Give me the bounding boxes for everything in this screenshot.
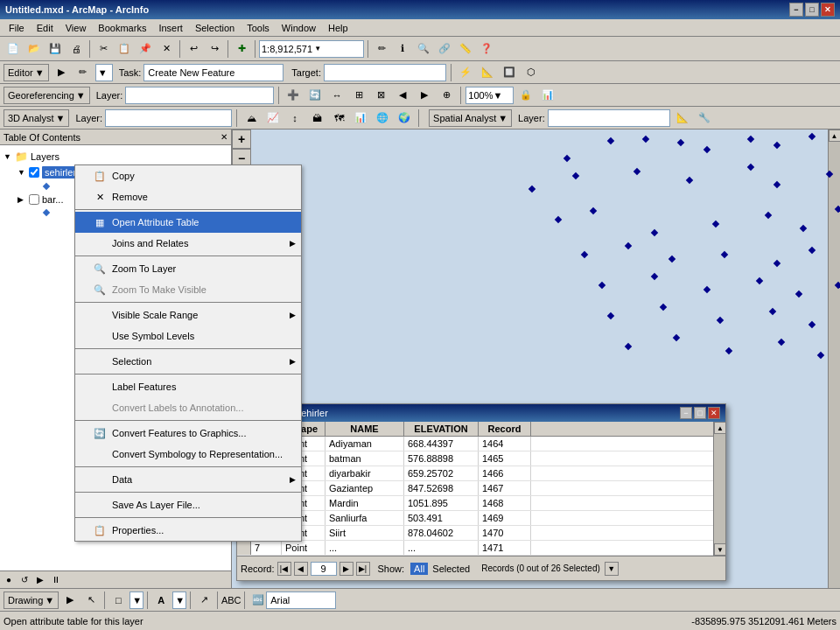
- copy-btn[interactable]: 📋: [115, 39, 134, 59]
- show-selected-btn[interactable]: Selected: [432, 564, 470, 574]
- menu-view[interactable]: View: [60, 21, 92, 35]
- table-row[interactable]: 4 Point Mardin 1051.895 1468: [237, 496, 725, 511]
- add-data-btn[interactable]: ✚: [232, 39, 251, 59]
- analyst-dropdown[interactable]: 3D Analyst ▼: [4, 109, 69, 127]
- georef-table-btn[interactable]: 📊: [538, 86, 557, 105]
- spatial-layer-input[interactable]: [548, 109, 670, 127]
- attr-scroll-down-btn[interactable]: ▼: [714, 543, 726, 556]
- georef-dropdown[interactable]: Georeferencing ▼: [4, 87, 90, 104]
- ctx-convert-graphics[interactable]: 🔄 Convert Features to Graphics...: [75, 423, 301, 444]
- next-record-btn[interactable]: ▶: [340, 562, 354, 576]
- menu-window[interactable]: Window: [276, 21, 321, 35]
- ctx-symbol-levels[interactable]: Use Symbol Levels: [75, 326, 301, 346]
- layers-expand-icon[interactable]: ▼: [4, 152, 12, 161]
- table-row[interactable]: 1 Point batman 576.88898 1465: [237, 452, 725, 466]
- drawing-rect-btn[interactable]: □: [108, 591, 128, 610]
- georef-pan-btn[interactable]: ↔: [327, 86, 346, 105]
- table-row[interactable]: 7 Point ... ... 1471: [237, 541, 725, 556]
- edit-tool-btn[interactable]: ▶: [52, 63, 71, 82]
- analyst-btn7[interactable]: 🌐: [373, 108, 392, 128]
- table-row[interactable]: 6 Point Siirt 878.04602 1470: [237, 526, 725, 541]
- ctx-visible-scale[interactable]: Visible Scale Range ▶: [75, 304, 301, 326]
- edit-sketch-btn[interactable]: 🔲: [500, 63, 519, 82]
- edit-tool-dropdown[interactable]: ▼: [95, 64, 113, 81]
- drawing-text-btn[interactable]: A: [151, 591, 171, 610]
- ctx-copy[interactable]: 📋 Copy: [75, 165, 301, 186]
- toc-tool-btn3[interactable]: ▶: [33, 573, 47, 587]
- first-record-btn[interactable]: |◀: [277, 562, 291, 576]
- sehirler-checkbox[interactable]: [29, 167, 39, 178]
- edit-vertices-btn[interactable]: ✏: [372, 39, 391, 59]
- font-input[interactable]: [266, 592, 336, 609]
- redo-btn[interactable]: ↪: [205, 39, 224, 59]
- drawing-dropdown[interactable]: Drawing ▼: [4, 592, 59, 609]
- attr-minimize-btn[interactable]: −: [680, 407, 692, 419]
- georef-pct-dropdown[interactable]: 100%▼: [466, 87, 514, 104]
- table-row[interactable]: 5 Point Sanliurfa 503.491 1469: [237, 511, 725, 526]
- menu-selection[interactable]: Selection: [190, 21, 240, 35]
- georef-lock-btn[interactable]: 🔒: [516, 86, 536, 105]
- analyst-btn6[interactable]: 📊: [351, 108, 370, 128]
- undo-btn[interactable]: ↩: [184, 39, 203, 59]
- spatial-analyst-dropdown[interactable]: Spatial Analyst ▼: [429, 109, 512, 127]
- analyst-btn1[interactable]: ⛰: [242, 108, 261, 128]
- attr-close-btn[interactable]: ✕: [708, 407, 720, 419]
- toc-tool-btn4[interactable]: ⏸: [49, 573, 63, 587]
- analyst-btn4[interactable]: 🏔: [307, 108, 326, 128]
- drawing-text-dropdown[interactable]: ▼: [172, 592, 186, 609]
- menu-edit[interactable]: Edit: [32, 21, 59, 35]
- drawing-unselect-btn[interactable]: ↖: [81, 591, 101, 610]
- measure-btn[interactable]: 📏: [456, 39, 475, 59]
- ctx-remove[interactable]: ✕ Remove: [75, 186, 301, 207]
- last-record-btn[interactable]: ▶|: [356, 562, 370, 576]
- ctx-convert-symbology[interactable]: Convert Symbology to Representation...: [75, 444, 301, 465]
- ctx-properties[interactable]: 📋 Properties...: [75, 520, 301, 541]
- analyst-layer-input[interactable]: [105, 109, 232, 127]
- sehirler-expand-icon[interactable]: ▼: [18, 168, 26, 177]
- ctx-label-features[interactable]: Label Features: [75, 376, 301, 397]
- georef-zoom-btn[interactable]: 🔄: [305, 86, 325, 105]
- table-row[interactable]: 3 Point Gaziantep 847.52698 1467: [237, 481, 725, 496]
- delete-btn[interactable]: ✕: [157, 39, 176, 59]
- open-btn[interactable]: 📂: [24, 39, 44, 59]
- paste-btn[interactable]: 📌: [136, 39, 155, 59]
- sketch-btn[interactable]: 📐: [478, 63, 497, 82]
- minimize-button[interactable]: −: [789, 3, 803, 17]
- analyst-btn5[interactable]: 🗺: [329, 108, 348, 128]
- ctx-open-attr[interactable]: ▦ Open Attribute Table: [75, 212, 301, 233]
- spatial-btn2[interactable]: 🔧: [695, 108, 714, 128]
- show-all-btn[interactable]: All: [410, 563, 428, 575]
- help-btn[interactable]: ❓: [477, 39, 496, 59]
- close-button[interactable]: ✕: [821, 3, 835, 17]
- task-input[interactable]: [144, 64, 284, 81]
- prev-record-btn[interactable]: ◀: [294, 562, 308, 576]
- hyperlink-btn[interactable]: 🔗: [435, 39, 454, 59]
- ctx-zoom-to[interactable]: 🔍 Zoom To Layer: [75, 258, 301, 279]
- attr-scrollbar[interactable]: ▲ ▼: [713, 422, 725, 556]
- drawing-spellcheck-btn[interactable]: ABC: [221, 591, 241, 610]
- georef-prev-btn[interactable]: ◀: [393, 86, 412, 105]
- toc-tool-btn1[interactable]: ●: [2, 573, 16, 587]
- drawing-arrow-btn[interactable]: ↗: [194, 591, 214, 610]
- menu-help[interactable]: Help: [323, 21, 354, 35]
- drawing-rect-dropdown[interactable]: ▼: [130, 592, 144, 609]
- snap-btn[interactable]: ⚡: [456, 63, 475, 82]
- toc-tool-btn2[interactable]: ↺: [18, 573, 32, 587]
- attr-maximize-btn[interactable]: □: [694, 407, 706, 419]
- map-scrollbar[interactable]: ▲ ▼: [828, 130, 840, 607]
- scale-dropdown[interactable]: 1:8,912,571 ▼: [259, 40, 364, 58]
- record-input[interactable]: [311, 562, 337, 576]
- bar-checkbox[interactable]: [29, 194, 39, 205]
- ctx-selection[interactable]: Selection ▶: [75, 351, 301, 372]
- scroll-up-button[interactable]: ▲: [829, 130, 841, 142]
- new-btn[interactable]: 📄: [4, 39, 23, 59]
- bar-label[interactable]: bar...: [42, 194, 63, 205]
- attr-scroll-track[interactable]: [714, 434, 725, 543]
- target-input[interactable]: [324, 64, 446, 81]
- edit-vert-btn[interactable]: ⬡: [522, 63, 541, 82]
- table-row[interactable]: 2 Point diyarbakir 659.25702 1466: [237, 466, 725, 481]
- menu-file[interactable]: File: [4, 21, 30, 35]
- maximize-button[interactable]: □: [805, 3, 819, 17]
- menu-tools[interactable]: Tools: [242, 21, 275, 35]
- spatial-btn1[interactable]: 📐: [673, 108, 692, 128]
